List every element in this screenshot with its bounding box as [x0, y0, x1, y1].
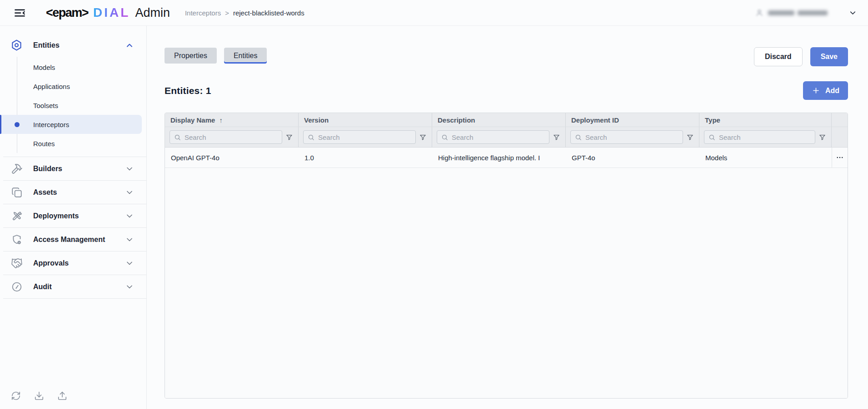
sort-asc-icon: ↑ — [219, 116, 223, 124]
sidebar-item-label: Interceptors — [33, 121, 69, 128]
add-button-label: Add — [825, 87, 839, 95]
breadcrumb: Interceptors > reject-blacklisted-words — [185, 9, 304, 17]
dial-logo: DIAL — [93, 5, 130, 20]
chevron-up-icon — [125, 41, 134, 50]
column-header-label: Display Name — [170, 116, 215, 124]
sidebar-item-toolsets[interactable]: Toolsets — [0, 96, 146, 115]
divider — [3, 298, 146, 299]
sidebar-item-entities[interactable]: Entities — [0, 34, 146, 57]
gauge-icon — [10, 281, 23, 293]
sidebar-item-label: Applications — [33, 83, 70, 90]
sidebar-footer — [0, 390, 146, 409]
sidebar-item-models[interactable]: Models — [0, 58, 146, 77]
search-box — [303, 130, 416, 144]
chevron-down-icon[interactable] — [848, 9, 857, 17]
search-cell-deployment-id — [566, 127, 699, 147]
admin-logo-label: Admin — [135, 6, 170, 20]
user-menu[interactable] — [755, 9, 828, 17]
sidebar-item-label: Models — [33, 64, 55, 71]
entities-subnav: Models Applications Toolsets Interceptor… — [0, 57, 146, 157]
search-input-display-name[interactable] — [185, 133, 278, 141]
search-icon — [174, 134, 181, 141]
search-input-description[interactable] — [452, 133, 545, 141]
sidebar-collapse-icon[interactable] — [11, 5, 28, 21]
sidebar-item-approvals[interactable]: Approvals — [0, 251, 146, 275]
row-menu-ellipsis-icon[interactable] — [833, 152, 847, 163]
breadcrumb-separator: > — [225, 9, 229, 17]
sidebar-item-deployments[interactable]: Deployments — [0, 204, 146, 227]
toolbar-row: Properties Entities Discard Save — [165, 47, 848, 66]
search-input-deployment-id[interactable] — [585, 133, 678, 141]
sidebar-item-routes[interactable]: Routes — [0, 134, 146, 153]
chevron-down-icon — [125, 282, 134, 291]
column-header-description[interactable]: Description — [432, 113, 566, 127]
selected-dot-icon — [15, 122, 20, 127]
filter-funnel-icon[interactable] — [285, 133, 294, 142]
cell-type: Models — [699, 154, 832, 162]
save-button[interactable]: Save — [810, 47, 848, 66]
upload-icon[interactable] — [56, 390, 68, 402]
top-bar: <epam> DIAL Admin Interceptors > reject-… — [0, 0, 868, 26]
chevron-down-icon — [125, 259, 134, 268]
hammer-icon — [10, 163, 23, 175]
sidebar-item-applications[interactable]: Applications — [0, 77, 146, 96]
search-box — [437, 130, 549, 144]
row-actions-cell — [832, 148, 848, 168]
sidebar-item-access-management[interactable]: Access Management — [0, 228, 146, 251]
column-header-label: Type — [705, 116, 720, 124]
copy-icon — [10, 187, 23, 198]
search-icon — [708, 134, 715, 141]
column-header-version[interactable]: Version — [299, 113, 432, 127]
sidebar-item-assets[interactable]: Assets — [0, 181, 146, 204]
chevron-down-icon — [125, 164, 134, 173]
table-empty-area — [165, 168, 848, 398]
discard-button[interactable]: Discard — [754, 47, 803, 66]
sidebar-item-audit[interactable]: Audit — [0, 275, 146, 298]
filter-funnel-icon[interactable] — [686, 133, 694, 142]
table-header-row: Display Name ↑ Version Description Deplo… — [165, 113, 848, 127]
search-box — [170, 130, 282, 144]
sidebar-item-label: Deployments — [33, 212, 125, 220]
filter-funnel-icon[interactable] — [552, 133, 561, 142]
filter-funnel-icon[interactable] — [419, 133, 427, 142]
breadcrumb-parent[interactable]: Interceptors — [185, 9, 221, 17]
search-cell-version — [299, 127, 432, 147]
top-actions: Discard Save — [754, 47, 848, 66]
tab-properties[interactable]: Properties — [165, 48, 217, 64]
main-content: Properties Entities Discard Save Entitie… — [147, 26, 868, 409]
chevron-down-icon — [125, 212, 134, 221]
column-header-type[interactable]: Type — [699, 113, 832, 127]
refresh-icon[interactable] — [10, 390, 22, 402]
handshake-icon — [10, 257, 23, 269]
column-header-display-name[interactable]: Display Name ↑ — [165, 113, 299, 127]
hexagon-badge-icon — [10, 39, 23, 51]
sidebar-item-builders[interactable]: Builders — [0, 157, 146, 180]
tab-entities[interactable]: Entities — [224, 48, 267, 64]
search-cell-actions — [832, 127, 848, 147]
user-avatar-icon — [755, 9, 763, 17]
sidebar-nav: Entities Models Applications Toolsets — [0, 34, 146, 299]
search-box — [704, 130, 815, 144]
download-icon[interactable] — [33, 390, 45, 402]
sidebar-item-label: Audit — [33, 283, 125, 291]
cell-description: High-intelligence flagship model. I — [432, 154, 566, 162]
cell-display-name: OpenAI GPT-4o — [165, 154, 299, 162]
search-input-version[interactable] — [318, 133, 411, 141]
epam-logo: <epam> — [46, 6, 88, 20]
sidebar-item-interceptors[interactable]: Interceptors — [0, 115, 142, 134]
search-input-type[interactable] — [719, 133, 811, 141]
search-cell-display-name — [165, 127, 299, 147]
table-row[interactable]: OpenAI GPT-4o 1.0 High-intelligence flag… — [165, 148, 848, 168]
search-icon — [575, 134, 582, 141]
sidebar-item-label: Approvals — [33, 259, 125, 267]
sidebar-item-label: Toolsets — [33, 102, 58, 109]
cell-version: 1.0 — [299, 154, 432, 162]
heading-row: Entities: 1 Add — [165, 81, 848, 100]
filter-funnel-icon[interactable] — [818, 133, 827, 142]
search-box — [570, 130, 683, 144]
column-header-deployment-id[interactable]: Deployment ID — [566, 113, 699, 127]
sidebar: Entities Models Applications Toolsets — [0, 26, 147, 409]
plus-icon — [812, 86, 820, 95]
column-header-label: Deployment ID — [571, 116, 619, 124]
add-button[interactable]: Add — [803, 81, 848, 100]
